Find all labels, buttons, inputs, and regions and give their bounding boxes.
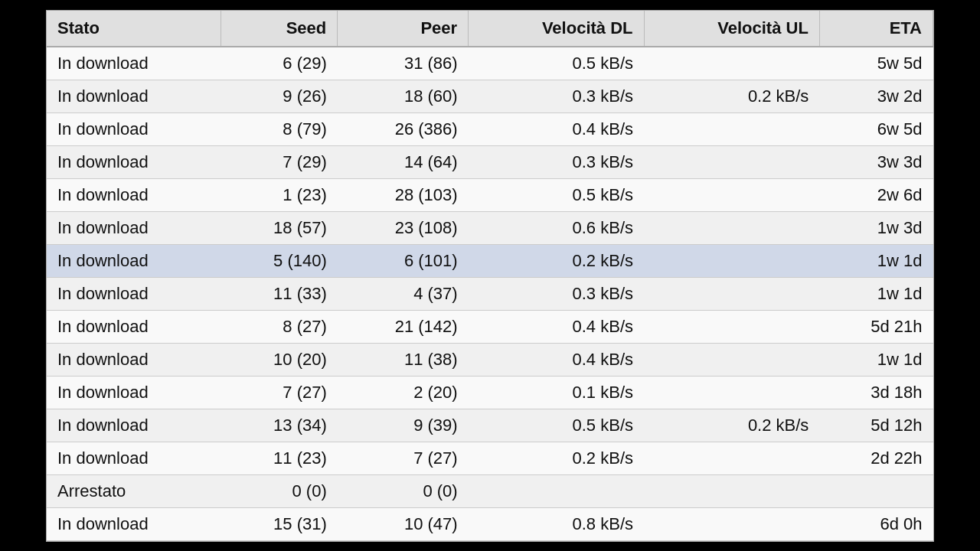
cell-peer: 14 (64) [338, 145, 469, 178]
table-row[interactable]: In download10 (20)11 (38)0.4 kB/s1w 1d [47, 343, 933, 376]
cell-seed: 11 (23) [221, 442, 338, 474]
cell-eta: 1w 1d [819, 244, 933, 277]
col-header-velocita-ul: Velocità UL [644, 11, 819, 47]
cell-stato: In download [47, 442, 221, 474]
cell-seed: 18 (57) [221, 211, 338, 244]
cell-stato: In download [47, 507, 221, 540]
cell-peer: 28 (103) [338, 178, 469, 211]
col-header-peer: Peer [338, 11, 469, 47]
cell-peer: 0 (0) [338, 474, 469, 507]
cell-stato: In download [47, 80, 221, 112]
cell-stato: In download [47, 178, 221, 211]
cell-velocita_ul [644, 507, 819, 540]
cell-velocita_dl: 0.2 kB/s [469, 244, 644, 277]
cell-velocita_ul [644, 178, 819, 211]
table-row[interactable]: In download7 (27)2 (20)0.1 kB/s3d 18h [47, 376, 933, 409]
cell-velocita_dl: 0.4 kB/s [469, 310, 644, 343]
cell-stato: In download [47, 244, 221, 277]
cell-eta: 6d 0h [819, 507, 933, 540]
cell-velocita_ul [644, 442, 819, 474]
cell-peer: 4 (37) [338, 277, 469, 310]
cell-eta: 2w 6d [819, 178, 933, 211]
cell-peer: 11 (38) [338, 343, 469, 376]
cell-seed: 13 (34) [221, 409, 338, 442]
cell-velocita_dl: 0.1 kB/s [469, 376, 644, 409]
cell-eta [819, 474, 933, 507]
cell-velocita_ul: 0.2 kB/s [644, 409, 819, 442]
torrent-table: Stato Seed Peer Velocità DL Velocità UL … [47, 11, 933, 541]
table-row[interactable]: In download9 (26)18 (60)0.3 kB/s0.2 kB/s… [47, 80, 933, 112]
cell-seed: 10 (20) [221, 343, 338, 376]
table-row[interactable]: Arrestato0 (0)0 (0) [47, 474, 933, 507]
cell-stato: In download [47, 277, 221, 310]
cell-eta: 5d 12h [819, 409, 933, 442]
cell-velocita_ul [644, 112, 819, 145]
cell-seed: 0 (0) [221, 474, 338, 507]
cell-seed: 15 (31) [221, 507, 338, 540]
cell-velocita_ul [644, 343, 819, 376]
col-header-velocita-dl: Velocità DL [469, 11, 644, 47]
cell-seed: 9 (26) [221, 80, 338, 112]
cell-eta: 1w 1d [819, 343, 933, 376]
cell-seed: 8 (27) [221, 310, 338, 343]
table-row[interactable]: In download7 (29)14 (64)0.3 kB/s3w 3d [47, 145, 933, 178]
table-row[interactable]: In download11 (33)4 (37)0.3 kB/s1w 1d [47, 277, 933, 310]
cell-peer: 18 (60) [338, 80, 469, 112]
cell-eta: 5w 5d [819, 47, 933, 80]
cell-peer: 6 (101) [338, 244, 469, 277]
table-row[interactable]: In download1 (23)28 (103)0.5 kB/s2w 6d [47, 178, 933, 211]
cell-velocita_ul: 0.2 kB/s [644, 80, 819, 112]
cell-eta: 6w 5d [819, 112, 933, 145]
cell-velocita_dl: 0.8 kB/s [469, 507, 644, 540]
cell-stato: Arrestato [47, 474, 221, 507]
cell-velocita_dl: 0.5 kB/s [469, 47, 644, 80]
cell-stato: In download [47, 409, 221, 442]
cell-eta: 1w 1d [819, 277, 933, 310]
table-row[interactable]: In download13 (34)9 (39)0.5 kB/s0.2 kB/s… [47, 409, 933, 442]
torrent-table-container: Stato Seed Peer Velocità DL Velocità UL … [46, 10, 934, 542]
cell-stato: In download [47, 211, 221, 244]
cell-seed: 5 (140) [221, 244, 338, 277]
table-row[interactable]: In download11 (23)7 (27)0.2 kB/s2d 22h [47, 442, 933, 474]
cell-velocita_dl: 0.3 kB/s [469, 145, 644, 178]
table-row[interactable]: In download8 (79)26 (386)0.4 kB/s6w 5d [47, 112, 933, 145]
cell-velocita_ul [644, 277, 819, 310]
cell-seed: 6 (29) [221, 47, 338, 80]
cell-eta: 5d 21h [819, 310, 933, 343]
cell-seed: 8 (79) [221, 112, 338, 145]
cell-velocita_dl: 0.6 kB/s [469, 211, 644, 244]
cell-seed: 11 (33) [221, 277, 338, 310]
table-row[interactable]: In download6 (29)31 (86)0.5 kB/s5w 5d [47, 47, 933, 80]
table-row[interactable]: In download8 (27)21 (142)0.4 kB/s5d 21h [47, 310, 933, 343]
cell-velocita_dl: 0.5 kB/s [469, 409, 644, 442]
cell-stato: In download [47, 376, 221, 409]
cell-velocita_ul [644, 244, 819, 277]
cell-velocita_ul [644, 474, 819, 507]
table-row[interactable]: In download15 (31)10 (47)0.8 kB/s6d 0h [47, 507, 933, 540]
cell-velocita_dl: 0.4 kB/s [469, 112, 644, 145]
cell-peer: 2 (20) [338, 376, 469, 409]
cell-velocita_ul [644, 310, 819, 343]
cell-eta: 3d 18h [819, 376, 933, 409]
cell-velocita_ul [644, 211, 819, 244]
cell-velocita_dl: 0.3 kB/s [469, 80, 644, 112]
cell-stato: In download [47, 310, 221, 343]
cell-velocita_ul [644, 145, 819, 178]
cell-peer: 21 (142) [338, 310, 469, 343]
cell-peer: 7 (27) [338, 442, 469, 474]
cell-stato: In download [47, 145, 221, 178]
cell-eta: 3w 2d [819, 80, 933, 112]
cell-velocita_dl: 0.2 kB/s [469, 442, 644, 474]
cell-stato: In download [47, 47, 221, 80]
col-header-eta: ETA [819, 11, 933, 47]
cell-eta: 3w 3d [819, 145, 933, 178]
cell-peer: 31 (86) [338, 47, 469, 80]
table-row[interactable]: In download5 (140)6 (101)0.2 kB/s1w 1d [47, 244, 933, 277]
col-header-stato: Stato [47, 11, 221, 47]
cell-stato: In download [47, 112, 221, 145]
cell-peer: 10 (47) [338, 507, 469, 540]
table-row[interactable]: In download18 (57)23 (108)0.6 kB/s1w 3d [47, 211, 933, 244]
cell-peer: 9 (39) [338, 409, 469, 442]
cell-peer: 26 (386) [338, 112, 469, 145]
cell-peer: 23 (108) [338, 211, 469, 244]
